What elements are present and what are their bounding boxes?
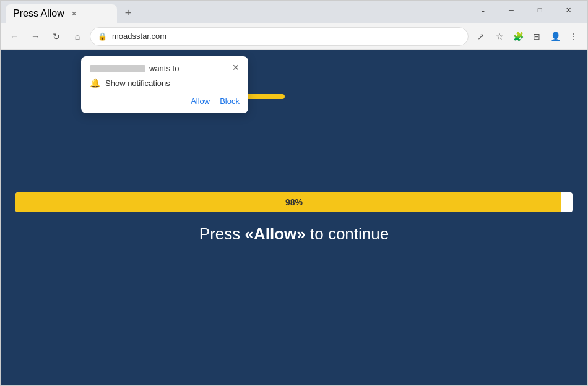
forward-button[interactable]: → (27, 28, 44, 45)
notification-popup: ✕ wants to 🔔 Show notifications Allow Bl… (81, 56, 248, 113)
popup-header: wants to (90, 64, 240, 73)
new-tab-button[interactable]: + (119, 4, 137, 22)
progress-bar-container: 98% (15, 192, 573, 212)
refresh-button[interactable]: ↻ (48, 28, 65, 45)
bookmark-icon[interactable]: ☆ (491, 28, 508, 45)
home-button[interactable]: ⌂ (69, 28, 86, 45)
browser-window: Press Allow ✕ + ⌄ ─ □ ✕ ← → ↻ ⌂ 🔒 moadss… (0, 0, 588, 386)
popup-site-name (90, 65, 145, 72)
allow-button[interactable]: Allow (191, 96, 210, 106)
browser-tab[interactable]: Press Allow ✕ (6, 4, 117, 23)
window-controls: ⌄ ─ □ ✕ (469, 1, 582, 19)
extensions-icon[interactable]: 🧩 (509, 28, 527, 45)
popup-notification-row: 🔔 Show notifications (90, 78, 240, 88)
address-bar[interactable]: 🔒 moadsstar.com (90, 27, 469, 46)
lock-icon: 🔒 (98, 32, 107, 41)
maximize-button[interactable]: □ (525, 1, 554, 19)
title-bar: Press Allow ✕ + ⌄ ─ □ ✕ (1, 1, 587, 23)
popup-buttons: Allow Block (90, 96, 240, 106)
popup-notification-label: Show notifications (105, 79, 170, 88)
chevron-down-icon[interactable]: ⌄ (469, 1, 497, 19)
tab-close-button[interactable]: ✕ (69, 9, 79, 19)
menu-icon[interactable]: ⋮ (565, 28, 582, 45)
arrow-indicator (242, 81, 285, 114)
popup-wants-to-text: wants to (149, 64, 179, 73)
continue-text: Press «Allow» to continue (199, 225, 389, 244)
page-content: ✕ wants to 🔔 Show notifications Allow Bl… (1, 50, 587, 385)
popup-close-button[interactable]: ✕ (230, 61, 242, 74)
block-button[interactable]: Block (220, 96, 240, 106)
tab-title: Press Allow (13, 8, 64, 19)
omnibar: ← → ↻ ⌂ 🔒 moadsstar.com ↗ ☆ 🧩 ⊟ 👤 ⋮ (1, 23, 587, 50)
progress-section: 98% Press «Allow» to continue (15, 192, 573, 244)
progress-percentage: 98% (285, 197, 303, 207)
minimize-button[interactable]: ─ (497, 1, 525, 19)
close-button[interactable]: ✕ (554, 1, 582, 19)
share-icon[interactable]: ↗ (472, 28, 490, 45)
bell-icon: 🔔 (90, 78, 100, 88)
url-display: moadsstar.com (112, 32, 460, 41)
toolbar-icons: ↗ ☆ 🧩 ⊟ 👤 ⋮ (472, 28, 582, 45)
profile-icon[interactable]: 👤 (547, 28, 564, 45)
sidebar-icon[interactable]: ⊟ (528, 28, 545, 45)
back-button[interactable]: ← (6, 28, 23, 45)
